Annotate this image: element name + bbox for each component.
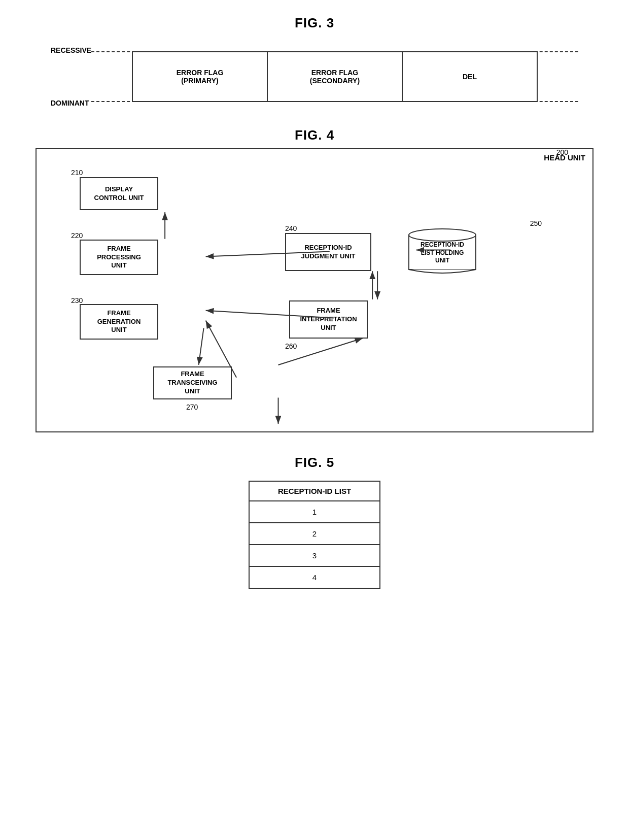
ref-270: 270 (186, 403, 198, 411)
frame-interpretation-unit: FRAMEINTERPRETATIONUNIT (289, 300, 368, 339)
frame-processing-unit: FRAMEPROCESSINGUNIT (80, 240, 158, 275)
fig4-section: FIG. 4 200 HEAD UNIT 210 220 230 240 250… (0, 122, 629, 445)
fig5-section: FIG. 5 RECEPTION-ID LIST 1234 (0, 445, 629, 599)
fig3-section: FIG. 3 RECESSIVE DOMINANT ERROR FLAG(PRI… (0, 0, 629, 122)
fig5-table-header: RECEPTION-ID LIST (249, 481, 380, 501)
fig4-outer-box: HEAD UNIT 210 220 230 240 250 260 270 DI… (36, 148, 593, 432)
ref-210: 210 (71, 169, 83, 177)
fig3-dominant-label: DOMINANT (51, 99, 89, 107)
fig3-title: FIG. 3 (30, 15, 599, 31)
cylinder-text: RECEPTION-IDLIST HOLDINGUNIT (412, 241, 473, 265)
ref-230: 230 (71, 296, 83, 305)
fig4-title: FIG. 4 (30, 127, 599, 143)
fig3-error-flag-primary: ERROR FLAG(PRIMARY) (133, 52, 268, 101)
frame-transceiving-unit: FRAMETRANSCEIVINGUNIT (153, 366, 232, 399)
ref-250: 250 (530, 219, 542, 227)
fig3-del: DEL (403, 52, 537, 101)
fig3-diagram: RECESSIVE DOMINANT ERROR FLAG(PRIMARY) E… (51, 41, 578, 112)
table-row: 4 (249, 566, 380, 588)
display-control-unit: DISPLAYCONTROL UNIT (80, 177, 158, 210)
frame-generation-unit: FRAMEGENERATIONUNIT (80, 304, 158, 340)
ref-260: 260 (285, 342, 297, 350)
ref-220: 220 (71, 231, 83, 240)
fig3-error-flag-secondary: ERROR FLAG(SECONDARY) (268, 52, 403, 101)
svg-line-11 (199, 328, 204, 364)
table-row: 3 (249, 545, 380, 566)
fig5-table-container: RECEPTION-ID LIST 1234 (30, 481, 599, 589)
fig5-title: FIG. 5 (30, 455, 599, 471)
table-row: 1 (249, 501, 380, 523)
table-row: 2 (249, 523, 380, 545)
fig3-boxes: ERROR FLAG(PRIMARY) ERROR FLAG(SECONDARY… (132, 51, 538, 102)
reception-id-list-holding-unit: RECEPTION-IDLIST HOLDINGUNIT (407, 228, 478, 274)
fig3-recessive-label: RECESSIVE (51, 46, 91, 54)
svg-point-1 (409, 229, 476, 241)
head-unit-label: HEAD UNIT (544, 153, 585, 162)
reception-id-judgment-unit: RECEPTION-IDJUDGMENT UNIT (285, 233, 371, 271)
ref-240: 240 (285, 224, 297, 232)
fig5-table: RECEPTION-ID LIST 1234 (249, 481, 380, 589)
